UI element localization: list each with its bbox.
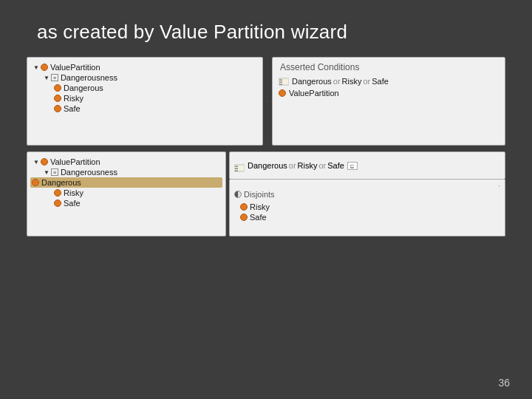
asserted-conditions-header: Asserted Conditions <box>279 62 499 72</box>
svg-rect-2 <box>279 81 282 83</box>
tree-label: Risky <box>64 188 83 197</box>
disjoints-label: Disjoints <box>244 190 275 199</box>
tree-row-dangerousness-top: ≡ Dangerousness <box>30 72 259 83</box>
triangle-down-icon <box>44 169 50 176</box>
or-text-3: or <box>289 161 296 170</box>
orange-circle-icon <box>41 158 48 166</box>
triangle-down-icon <box>33 159 39 166</box>
bottom-right-disjoints-panel: · Disjoints Risky Safe <box>229 180 505 236</box>
page-number: 36 <box>498 377 510 389</box>
tree-label: Safe <box>64 199 81 208</box>
orange-circle-icon <box>54 84 61 92</box>
orange-circle-icon <box>41 64 48 71</box>
diagrams-container: ValuePartition ≡ Dangerousness Dangerous… <box>0 57 532 236</box>
top-left-panel: ValuePartition ≡ Dangerousness Dangerous… <box>27 57 263 146</box>
tree-row-risky-bottom: Risky <box>30 188 222 198</box>
tree-row-valuepartition-bottom: ValuePartition <box>30 157 222 167</box>
half-circle-icon <box>234 191 242 198</box>
bottom-diagram-row: ValuePartition ≡ Dangerousness Dangerous… <box>27 151 505 236</box>
eq-icon: ≡ <box>51 168 58 176</box>
dangerous-label: Dangerous <box>292 77 332 86</box>
triangle-down-icon <box>33 64 39 71</box>
or-text-2: or <box>364 77 371 86</box>
indicator-box: ⊆ <box>347 162 358 170</box>
condition-row-1: Dangerous or Risky or Safe <box>279 77 499 86</box>
bottom-right-container: Dangerous or Risky or Safe ⊆ · Disjoints <box>229 151 505 236</box>
slide-title: as created by Value Partition wizard <box>0 0 532 57</box>
risky-label: Risky <box>342 77 362 86</box>
orange-circle-icon <box>240 203 248 211</box>
orange-circle-icon <box>279 89 286 97</box>
tree-row-safe-bottom: Safe <box>30 198 222 208</box>
list-icon <box>279 78 289 86</box>
tree-label: Safe <box>64 104 81 113</box>
svg-rect-3 <box>279 83 282 85</box>
orange-circle-icon <box>54 200 61 207</box>
tree-row-dangerousness-bottom: ≡ Dangerousness <box>30 167 222 177</box>
safe-label-bottom: Safe <box>327 161 344 170</box>
tree-label: Dangerous <box>41 178 81 187</box>
svg-rect-1 <box>279 79 282 81</box>
safe-label: Safe <box>372 77 389 86</box>
top-diagram-row: ValuePartition ≡ Dangerousness Dangerous… <box>27 57 505 146</box>
svg-rect-5 <box>235 166 238 167</box>
risky-disjoint-label: Risky <box>250 202 270 211</box>
tree-row-risky-top: Risky <box>30 93 259 103</box>
bottom-right-top-panel: Dangerous or Risky or Safe ⊆ <box>229 151 505 180</box>
disjoint-safe: Safe <box>234 212 500 222</box>
orange-circle-icon <box>32 179 39 186</box>
risky-label-bottom: Risky <box>298 161 318 170</box>
orange-circle-icon <box>54 95 61 102</box>
dangerous-label-bottom: Dangerous <box>248 161 287 170</box>
panel-divider: · <box>266 57 269 146</box>
or-text-1: or <box>333 77 341 86</box>
svg-rect-7 <box>235 170 238 171</box>
disjoint-risky: Risky <box>234 202 500 212</box>
tree-row-dangerous-top: Dangerous <box>30 83 259 93</box>
bottom-left-panel: ValuePartition ≡ Dangerousness Dangerous… <box>27 151 226 236</box>
or-text-4: or <box>319 161 327 170</box>
tree-label: Risky <box>64 94 83 103</box>
tree-label: ValuePartition <box>50 63 100 72</box>
tree-label: ValuePartition <box>50 157 100 166</box>
condition-row-2: ValuePartition <box>279 89 499 98</box>
tree-label: Dangerousness <box>61 73 117 82</box>
top-right-panel: Asserted Conditions Dangerous or Risky o… <box>272 57 505 146</box>
divider-dot: · <box>267 98 268 105</box>
eq-icon: ≡ <box>51 74 58 81</box>
value-partition-label: ValuePartition <box>289 89 339 98</box>
disjoints-header: Disjoints <box>234 190 500 199</box>
triangle-down-icon <box>44 75 50 81</box>
orange-circle-icon <box>54 189 61 197</box>
tree-label: Dangerousness <box>61 168 117 177</box>
list-icon-bottom <box>234 162 245 170</box>
safe-disjoint-label: Safe <box>250 213 267 222</box>
tree-row-safe-top: Safe <box>30 103 259 114</box>
small-dot: · <box>234 183 500 190</box>
tree-row-dangerous-bottom-selected[interactable]: Dangerous <box>30 177 222 188</box>
orange-circle-icon <box>240 214 248 221</box>
tree-label: Dangerous <box>64 83 103 92</box>
tree-row-valuepartition-top: ValuePartition <box>30 62 259 72</box>
orange-circle-icon <box>54 105 61 112</box>
svg-rect-6 <box>235 168 238 169</box>
